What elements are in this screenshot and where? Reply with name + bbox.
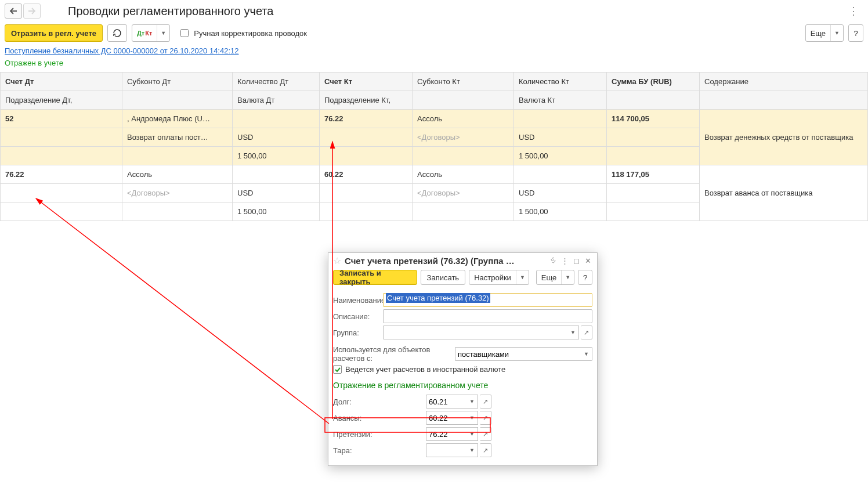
table-row[interactable]: 76.22Ассоль 60.22Ассоль 118 177,05Возвра… xyxy=(1,165,868,184)
dt-kt-dropdown[interactable]: ДтКт ▼ xyxy=(132,24,170,42)
nav-forward-button[interactable] xyxy=(23,3,41,19)
header-row-2: Подразделение Дт, Валюта Дт Подразделени… xyxy=(1,91,868,110)
refresh-button[interactable] xyxy=(107,24,127,42)
page-title: Проводки регламентированного учета xyxy=(42,5,273,18)
manual-correction-checkbox[interactable]: Ручная корректировка проводок xyxy=(178,27,307,39)
more-menu-button[interactable]: Еще▼ xyxy=(805,24,844,42)
entries-table: Счет Дт Субконто Дт Количество Дт Счет К… xyxy=(0,72,868,221)
document-link[interactable]: Поступление безналичных ДС 0000-000002 о… xyxy=(0,46,244,55)
table-row[interactable]: 52, Андромеда Плюс (U… 76.22Ассоль 114 7… xyxy=(1,110,868,128)
help-button[interactable]: ? xyxy=(848,24,863,42)
reflect-button[interactable]: Отразить в регл. учете xyxy=(5,24,103,42)
chevron-down-icon: ▼ xyxy=(157,30,169,36)
header-row-1: Счет Дт Субконто Дт Количество Дт Счет К… xyxy=(1,73,868,91)
nav-back-button[interactable] xyxy=(5,3,22,19)
kebab-menu-icon[interactable]: ⋮ xyxy=(844,5,863,17)
title-bar: Проводки регламентированного учета ⋮ xyxy=(0,0,868,22)
main-toolbar: Отразить в регл. учете ДтКт ▼ Ручная кор… xyxy=(0,22,868,46)
status-label: Отражен в учете xyxy=(0,55,868,72)
